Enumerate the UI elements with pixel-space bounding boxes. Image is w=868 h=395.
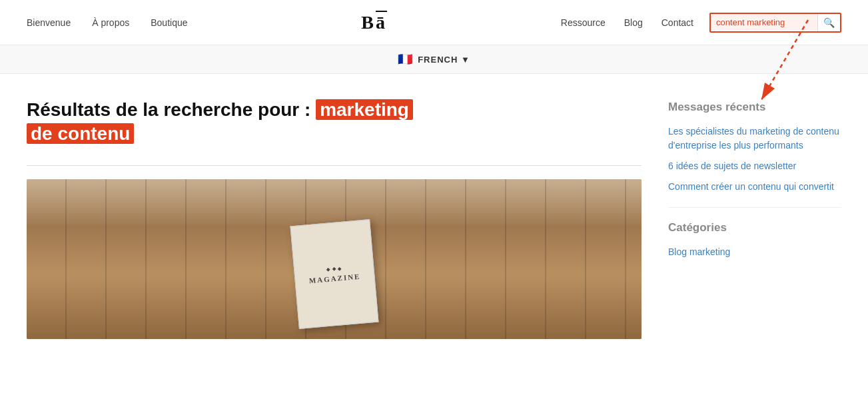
flag-icon: 🇫🇷 — [398, 52, 412, 67]
search-input[interactable] — [711, 14, 817, 31]
sidebar-recent-link-2[interactable]: 6 idées de sujets de newsletter — [668, 159, 841, 173]
sidebar-recent-link-1[interactable]: Les spécialistes du marketing de contenu… — [668, 125, 841, 153]
magazine-label: ◆ ◆ ◆ MAGAZINE — [308, 264, 361, 284]
nav-boutique[interactable]: Boutique — [151, 17, 187, 28]
sidebar-recent-link-3[interactable]: Comment créer un contenu qui convertit — [668, 180, 841, 194]
article-thumbnail: ◆ ◆ ◆ MAGAZINE — [27, 179, 642, 339]
nav-contact[interactable]: Contact — [661, 17, 693, 28]
search-box: 🔍 — [709, 13, 841, 33]
nav-left: Bienvenue À propos Boutique — [27, 17, 188, 28]
logo-text: Bā — [361, 12, 387, 33]
nav-right-links: Ressource Blog Contact — [561, 17, 693, 28]
content-divider — [27, 165, 642, 166]
highlight-contenu: de contenu — [27, 123, 134, 144]
nav-ressource[interactable]: Ressource — [561, 17, 606, 28]
results-prefix: Résultats de la recherche pour : — [27, 99, 316, 120]
nav-bienvenue[interactable]: Bienvenue — [27, 17, 71, 28]
search-icon: 🔍 — [823, 17, 835, 28]
main-content: Résultats de la recherche pour : marketi… — [0, 74, 868, 366]
categories-title: Catégories — [668, 221, 841, 234]
site-header: Bienvenue À propos Boutique Bā Ressource… — [0, 0, 868, 45]
highlight-marketing: marketing — [316, 99, 413, 120]
sidebar-divider — [668, 207, 841, 208]
nav-right: Ressource Blog Contact 🔍 — [561, 13, 841, 33]
sidebar-category-link-1[interactable]: Blog marketing — [668, 245, 841, 259]
language-label[interactable]: FRENCH ▼ — [418, 55, 470, 65]
recent-posts-title: Messages récents — [668, 101, 841, 114]
content-area: Résultats de la recherche pour : marketi… — [27, 98, 642, 339]
search-button[interactable]: 🔍 — [817, 14, 840, 31]
magazine-overlay: ◆ ◆ ◆ MAGAZINE — [290, 219, 378, 329]
nav-apropos[interactable]: À propos — [92, 17, 129, 28]
page-wrapper: Bienvenue À propos Boutique Bā Ressource… — [0, 0, 868, 366]
sidebar: Messages récents Les spécialistes du mar… — [668, 98, 841, 339]
search-results-heading: Résultats de la recherche pour : marketi… — [27, 98, 642, 147]
site-logo[interactable]: Bā — [361, 12, 387, 33]
nav-blog[interactable]: Blog — [624, 17, 643, 28]
language-bar: 🇫🇷 FRENCH ▼ — [0, 45, 868, 74]
